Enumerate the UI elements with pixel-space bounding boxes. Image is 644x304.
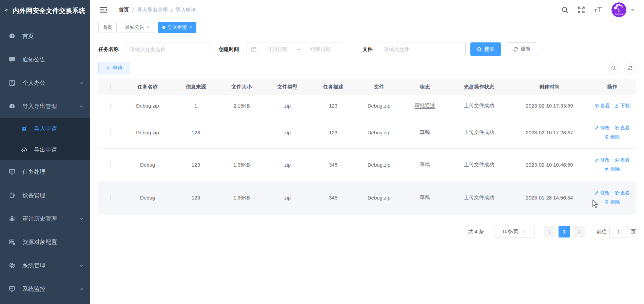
row-checkbox[interactable] <box>110 130 111 135</box>
server-icon <box>7 239 16 245</box>
edit-link[interactable]: 修改 <box>594 157 610 163</box>
delete-link[interactable]: 删除 <box>605 134 620 140</box>
sidebar-item-notices[interactable]: 通知公告 <box>0 48 90 71</box>
breadcrumb-item-import-export[interactable]: 导入导出管理 <box>137 7 168 13</box>
sidebar-item-label: 个人办公 <box>22 79 45 87</box>
close-icon[interactable]: × <box>147 25 150 30</box>
table-row: Debug.zip 1 2.15KB zip 123 Debug.zip 审批通… <box>98 95 636 116</box>
tab-import-apply[interactable]: 导入申请 × <box>158 22 197 33</box>
menu-fold-icon[interactable] <box>98 5 109 14</box>
sidebar-item-label: 导入申请 <box>34 125 57 133</box>
view-link[interactable]: 查看 <box>614 190 630 196</box>
apply-button[interactable]: 申请 <box>98 62 130 74</box>
chevron-down-icon <box>79 264 83 267</box>
sidebar-item-system-monitor[interactable]: 系统监控 <box>0 277 90 301</box>
sidebar-item-label: 系统管理 <box>22 262 45 269</box>
tab-notices[interactable]: 通知公告 × <box>121 22 154 33</box>
status-badge: 审批通过 <box>415 102 435 108</box>
cell-task-name: Debug <box>122 162 173 168</box>
table-toolbar: 申请 <box>98 62 636 74</box>
next-page-button[interactable] <box>573 226 585 238</box>
search-icon[interactable] <box>562 6 569 14</box>
row-checkbox[interactable] <box>110 195 111 201</box>
topbar-actions: shucan.tech <box>562 2 635 17</box>
prev-page-button[interactable] <box>544 226 555 238</box>
sidebar-submenu-import-export: 导入申请 导出申请 <box>0 118 90 160</box>
message-icon <box>7 56 16 63</box>
cell-source: 123 <box>173 162 219 168</box>
cell-created-at: 2023-01-28 14:56:54 <box>510 195 588 201</box>
search-icon <box>477 47 482 52</box>
sidebar-item-resource-config[interactable]: 资源对象配置 <box>0 230 90 254</box>
refresh-table-icon[interactable] <box>625 62 636 74</box>
toggle-search-icon[interactable] <box>608 62 619 74</box>
cell-disc-status: 上传文件成功 <box>448 129 510 136</box>
row-checkbox[interactable] <box>110 162 111 168</box>
row-checkbox[interactable] <box>110 103 111 109</box>
view-link[interactable]: 查看 <box>594 103 610 109</box>
cell-file-type: zip <box>265 130 310 135</box>
task-name-label: 任务名称 <box>98 46 119 53</box>
breadcrumb: 首页 / 导入导出管理 / 导入申请 <box>119 7 196 13</box>
sidebar-item-import-apply[interactable]: 导入申请 <box>0 118 90 139</box>
status-badge: 草稿 <box>402 162 448 168</box>
cell-file: Debug.zip <box>356 130 402 135</box>
user-avatar[interactable]: shucan.tech <box>611 2 626 17</box>
delete-link[interactable]: 删除 <box>605 166 620 172</box>
goto-page-input[interactable] <box>609 226 628 238</box>
reset-button[interactable]: 重置 <box>507 42 537 56</box>
status-badge: 草稿 <box>402 194 448 201</box>
cell-source: 123 <box>173 130 219 135</box>
file-input[interactable] <box>379 42 466 56</box>
fullscreen-icon[interactable] <box>578 6 585 14</box>
sidebar-item-label: 导出申请 <box>34 146 57 154</box>
date-range-picker[interactable]: 开始日期 - 结束日期 <box>247 42 342 56</box>
sidebar-item-home[interactable]: 首页 <box>0 24 90 48</box>
delete-link[interactable]: 删除 <box>605 199 620 205</box>
breadcrumb-item-home[interactable]: 首页 <box>119 7 129 13</box>
cell-source: 123 <box>173 195 219 201</box>
task-name-input[interactable] <box>125 42 211 56</box>
caret-down-icon[interactable] <box>630 8 635 11</box>
sidebar-item-label: 任务处理 <box>22 168 45 176</box>
breadcrumb-separator: / <box>132 7 134 13</box>
sidebar-item-audit-history[interactable]: 审计历史管理 <box>0 207 90 230</box>
end-date-placeholder[interactable]: 结束日期 <box>303 46 338 53</box>
view-link[interactable]: 查看 <box>614 125 630 131</box>
start-date-placeholder[interactable]: 开始日期 <box>260 46 295 53</box>
bug-icon <box>7 215 16 222</box>
cell-file-type: zip <box>265 103 310 109</box>
edit-link[interactable]: 修改 <box>594 125 610 131</box>
cell-source: 1 <box>173 103 219 109</box>
sidebar-item-system-management[interactable]: 系统管理 <box>0 254 90 277</box>
file-label: 文件 <box>363 46 373 53</box>
search-button[interactable]: 搜索 <box>470 42 501 56</box>
page-number-current[interactable]: 1 <box>559 226 570 238</box>
edit-link[interactable]: 修改 <box>594 190 610 196</box>
cell-file-size: 1.95KB <box>219 162 265 168</box>
monitor-icon <box>7 286 16 292</box>
download-link[interactable]: 下载 <box>614 103 630 109</box>
gauge-icon <box>7 33 16 39</box>
app-title: 内外网安全文件交换系统 <box>13 6 86 15</box>
cell-task-name: Debug <box>122 195 173 201</box>
cell-file-type: zip <box>265 195 310 201</box>
sidebar-item-import-export[interactable]: 导入导出管理 <box>0 95 90 118</box>
view-link[interactable]: 查看 <box>614 157 630 163</box>
device-icon <box>7 192 16 198</box>
reset-button-label: 重置 <box>521 46 531 53</box>
sidebar-item-device-management[interactable]: 设备管理 <box>0 184 90 207</box>
table-row: Debug.zip 123 zip 123 Debug.zip 草稿 上传文件成… <box>98 116 636 149</box>
table-row: Debug 123 1.95KB zip 345 Debug.zip 草稿 上传… <box>98 149 636 181</box>
breadcrumb-separator: / <box>171 7 172 13</box>
sidebar-item-personal-office[interactable]: 个人办公 <box>0 71 90 95</box>
tab-home[interactable]: 首页 <box>98 22 117 33</box>
sidebar-item-task-processing[interactable]: 任务处理 <box>0 160 90 184</box>
close-icon[interactable]: × <box>190 25 192 30</box>
page-size-select[interactable]: 10条/页 <box>494 226 535 238</box>
sidebar-item-export-apply[interactable]: 导出申请 <box>0 139 90 160</box>
select-all-checkbox[interactable] <box>110 84 111 90</box>
font-size-icon[interactable] <box>594 6 603 13</box>
main-content: 任务名称 创建时间 开始日期 - 结束日期 文件 搜索 重置 <box>90 35 644 304</box>
cell-created-at: 2023-02-10 17:33:59 <box>510 103 588 109</box>
